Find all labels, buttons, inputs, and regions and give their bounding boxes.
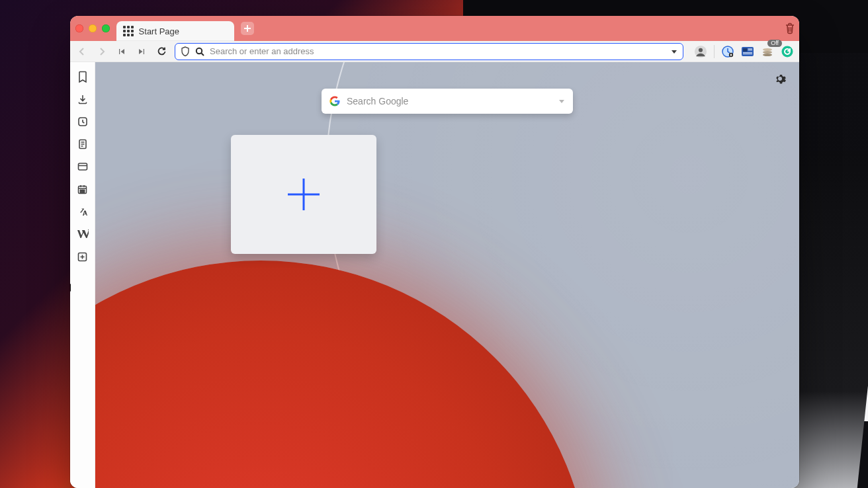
- speed-dial-add-tile[interactable]: [231, 135, 376, 254]
- tab-strip: Start Page: [70, 16, 799, 41]
- window-zoom-button[interactable]: [102, 24, 110, 32]
- extension-clock-icon[interactable]: [721, 45, 734, 58]
- bookmark-icon[interactable]: [76, 70, 89, 83]
- start-page-settings-button[interactable]: [774, 73, 786, 85]
- toolbar-separator: [714, 45, 715, 58]
- history-icon[interactable]: [76, 115, 89, 128]
- forward-button[interactable]: [95, 45, 108, 58]
- search-engine-dropdown-icon[interactable]: [558, 98, 565, 104]
- svg-point-25: [83, 191, 85, 192]
- start-page-search-input[interactable]: [347, 96, 552, 106]
- address-input[interactable]: [210, 46, 666, 56]
- svg-point-2: [699, 48, 703, 52]
- start-page-background: [95, 62, 799, 488]
- translate-icon[interactable]: [76, 205, 89, 218]
- side-panel: [70, 62, 95, 488]
- svg-point-0: [196, 48, 202, 53]
- window-controls: [75, 24, 110, 32]
- svg-point-20: [80, 190, 81, 191]
- wikipedia-icon[interactable]: [76, 227, 89, 241]
- fast-forward-button[interactable]: [135, 45, 148, 58]
- navigation-toolbar: Off: [70, 41, 799, 62]
- search-icon: [195, 47, 204, 56]
- svg-rect-7: [743, 48, 748, 52]
- svg-point-15: [782, 46, 793, 57]
- svg-rect-11: [748, 50, 753, 50]
- extensions-group: Off: [694, 45, 794, 58]
- svg-rect-9: [743, 54, 752, 54]
- date-icon[interactable]: [76, 183, 89, 196]
- extension-flag-icon[interactable]: [741, 45, 754, 58]
- extension-proxy-badge: Off: [767, 40, 782, 48]
- svg-rect-10: [748, 48, 753, 49]
- notes-icon[interactable]: [76, 138, 89, 151]
- reload-button[interactable]: [155, 45, 168, 58]
- speed-dial-icon: [123, 26, 134, 36]
- wallpaper-flare: [811, 230, 849, 488]
- svg-rect-5: [730, 54, 732, 56]
- extension-proxy-icon[interactable]: Off: [761, 45, 774, 58]
- back-button[interactable]: [75, 45, 89, 58]
- extension-grammarly-icon[interactable]: [781, 45, 794, 58]
- shield-icon[interactable]: [181, 46, 190, 57]
- tab-title: Start Page: [139, 26, 179, 36]
- add-panel-icon[interactable]: [76, 250, 89, 263]
- new-tab-button[interactable]: [241, 22, 254, 35]
- address-bar[interactable]: [175, 43, 683, 60]
- trash-button[interactable]: [785, 22, 795, 34]
- svg-rect-8: [743, 52, 752, 53]
- svg-point-24: [82, 191, 83, 192]
- wallet-icon[interactable]: [76, 160, 89, 173]
- svg-point-21: [82, 190, 83, 191]
- browser-window: Start Page: [70, 16, 799, 488]
- svg-point-23: [80, 191, 81, 192]
- address-dropdown-icon[interactable]: [671, 48, 677, 55]
- svg-point-14: [763, 53, 772, 56]
- window-minimize-button[interactable]: [89, 24, 97, 32]
- window-body: [70, 62, 799, 488]
- tab-start-page[interactable]: Start Page: [116, 21, 234, 41]
- svg-point-12: [763, 48, 772, 50]
- window-close-button[interactable]: [75, 24, 83, 32]
- svg-point-13: [763, 50, 772, 53]
- svg-rect-18: [78, 163, 87, 170]
- profile-button[interactable]: [694, 45, 707, 58]
- download-icon[interactable]: [76, 93, 89, 106]
- rewind-button[interactable]: [115, 45, 128, 58]
- start-page-search[interactable]: [322, 89, 573, 114]
- start-page: [95, 62, 799, 488]
- svg-point-22: [83, 190, 85, 191]
- google-logo-icon: [329, 96, 340, 106]
- panel-collapse-handle[interactable]: [70, 284, 71, 292]
